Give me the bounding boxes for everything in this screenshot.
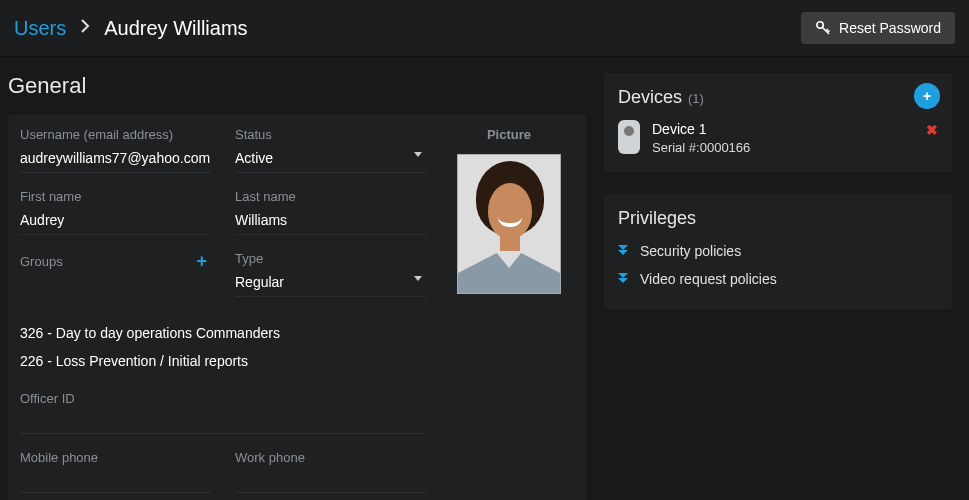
privileges-panel: Privileges Security policies Video reque…	[604, 194, 952, 309]
privilege-item-video[interactable]: Video request policies	[618, 265, 938, 293]
add-device-button[interactable]: +	[914, 83, 940, 109]
privilege-item-security[interactable]: Security policies	[618, 237, 938, 265]
username-label: Username (email address)	[20, 127, 211, 142]
first-name-field[interactable]: Audrey	[20, 208, 211, 235]
group-item[interactable]: 226 - Loss Prevention / Initial reports	[20, 347, 426, 375]
device-serial: Serial #:0000166	[652, 139, 750, 157]
status-value: Active	[235, 150, 273, 166]
privileges-title: Privileges	[618, 208, 696, 229]
type-dropdown[interactable]: Regular	[235, 270, 426, 297]
breadcrumb: Users Audrey Williams	[14, 17, 248, 40]
device-icon	[618, 120, 640, 154]
breadcrumb-current: Audrey Williams	[104, 17, 247, 40]
caret-down-icon	[414, 276, 422, 281]
first-name-label: First name	[20, 189, 211, 204]
status-label: Status	[235, 127, 426, 142]
remove-device-button[interactable]: ✖	[926, 122, 938, 138]
general-title: General	[8, 73, 586, 99]
general-panel: Username (email address) audreywilliams7…	[8, 115, 586, 500]
type-value: Regular	[235, 274, 284, 290]
type-label: Type	[235, 251, 426, 266]
user-picture[interactable]	[457, 154, 561, 294]
reset-password-label: Reset Password	[839, 20, 941, 36]
breadcrumb-root[interactable]: Users	[14, 17, 66, 40]
groups-list: 326 - Day to day operations Commanders 2…	[20, 319, 426, 375]
page-header: Users Audrey Williams Reset Password	[0, 0, 969, 57]
last-name-label: Last name	[235, 189, 426, 204]
double-chevron-down-icon	[618, 245, 630, 257]
work-phone-label: Work phone	[235, 450, 426, 465]
caret-down-icon	[414, 152, 422, 157]
groups-label: Groups	[20, 254, 63, 269]
add-group-button[interactable]: +	[192, 251, 211, 272]
svg-point-0	[817, 22, 823, 28]
work-phone-field[interactable]	[235, 469, 426, 493]
mobile-phone-field[interactable]	[20, 469, 211, 493]
reset-password-button[interactable]: Reset Password	[801, 12, 955, 44]
devices-panel: Devices (1) + Device 1 Serial #:0000166 …	[604, 73, 952, 172]
privilege-label: Security policies	[640, 243, 741, 259]
devices-count: (1)	[688, 91, 704, 106]
group-item[interactable]: 326 - Day to day operations Commanders	[20, 319, 426, 347]
chevron-right-icon	[80, 19, 90, 37]
picture-label: Picture	[444, 127, 574, 142]
officer-id-field[interactable]	[20, 410, 426, 434]
last-name-field[interactable]: Williams	[235, 208, 426, 235]
device-row[interactable]: Device 1 Serial #:0000166 ✖	[618, 120, 938, 156]
device-name: Device 1	[652, 120, 750, 139]
devices-title: Devices	[618, 87, 682, 108]
officer-id-label: Officer ID	[20, 391, 426, 406]
privilege-label: Video request policies	[640, 271, 777, 287]
mobile-phone-label: Mobile phone	[20, 450, 211, 465]
double-chevron-down-icon	[618, 273, 630, 285]
status-dropdown[interactable]: Active	[235, 146, 426, 173]
key-icon	[815, 20, 831, 36]
username-field[interactable]: audreywilliams77@yahoo.com	[20, 146, 211, 173]
